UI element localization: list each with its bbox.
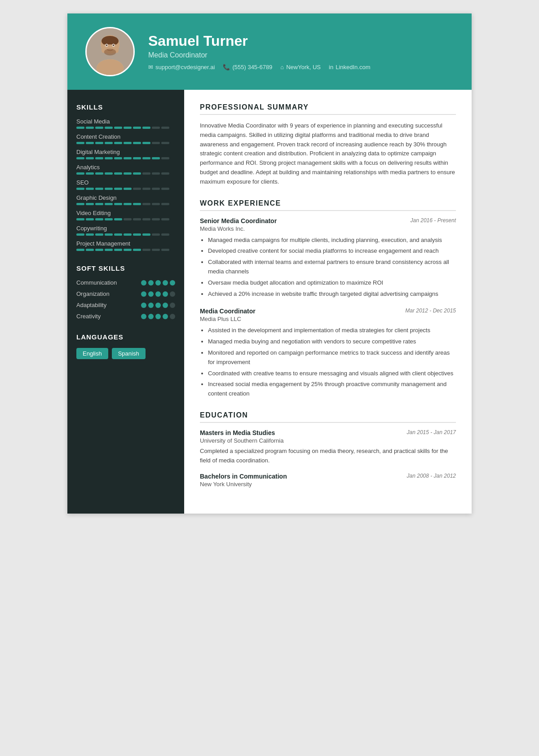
skill-item: Project Management (76, 240, 175, 251)
education-section: EDUCATION Masters in Media StudiesJan 20… (200, 411, 456, 488)
skill-bar-segment (95, 157, 103, 159)
skill-dot (155, 280, 161, 286)
edu-dates: Jan 2015 - Jan 2017 (407, 429, 456, 435)
skill-item: Digital Marketing (76, 149, 175, 159)
skill-dot (170, 303, 175, 308)
skill-bar-segment (161, 172, 169, 175)
edu-item: Masters in Media StudiesJan 2015 - Jan 2… (200, 429, 456, 466)
skill-bar-segment (76, 142, 84, 144)
skill-bar-segment (152, 172, 160, 175)
language-tags: EnglishSpanish (76, 348, 175, 359)
skill-dot (170, 291, 175, 297)
skill-bar-segment (161, 233, 169, 236)
skill-bar-segment (114, 127, 122, 129)
job-item: Senior Media CoordinatorJan 2016 - Prese… (200, 217, 456, 299)
skill-bar-segment (114, 249, 122, 251)
skill-bar-segment (124, 188, 132, 190)
skill-bar-segment (161, 127, 169, 129)
svg-point-9 (106, 44, 108, 46)
skill-name: Digital Marketing (76, 149, 175, 155)
education-list: Masters in Media StudiesJan 2015 - Jan 2… (200, 429, 456, 488)
skill-dot (170, 314, 175, 319)
edu-desc: Completed a specialized program focusing… (200, 447, 456, 466)
job-bullet: Monitored and reported on campaign perfo… (208, 348, 456, 367)
summary-text: Innovative Media Coordinator with 9 year… (200, 121, 456, 187)
skill-bar (76, 203, 175, 205)
skill-bar-segment (124, 157, 132, 159)
skill-bar-segment (124, 203, 132, 205)
skill-bar-segment (133, 127, 141, 129)
skill-bar-segment (114, 172, 122, 175)
skill-bar (76, 127, 175, 129)
job-dates: Jan 2016 - Present (411, 217, 456, 224)
skill-bar-segment (124, 233, 132, 236)
skills-list: Social MediaContent CreationDigital Mark… (76, 118, 175, 251)
skill-bar-segment (76, 172, 84, 175)
experience-title: WORK EXPERIENCE (200, 199, 456, 211)
skill-item: Graphic Design (76, 194, 175, 205)
skill-bar-segment (114, 233, 122, 236)
skill-bar-segment (95, 172, 103, 175)
skill-dots (141, 314, 175, 319)
skill-dot (155, 303, 161, 308)
soft-skills-section: SOFT SKILLS CommunicationOrganizationAda… (76, 264, 175, 320)
skill-bar-segment (142, 249, 150, 251)
job-bullet: Achieved a 20% increase in website traff… (208, 290, 456, 299)
skill-bar (76, 249, 175, 251)
job-company: Media Plus LLC (200, 316, 456, 322)
svg-point-10 (113, 44, 115, 46)
edu-school: New York University (200, 481, 456, 488)
edu-degree: Bachelors in Communication (200, 473, 287, 480)
skill-dot (163, 314, 168, 319)
skill-bar-segment (86, 218, 94, 220)
skill-bar-segment (95, 188, 103, 190)
skills-title: SKILLS (76, 103, 175, 111)
skill-bar-segment (161, 218, 169, 220)
skill-bar-segment (142, 218, 150, 220)
job-bullet: Managed media campaigns for multiple cli… (208, 236, 456, 245)
skill-dots (141, 280, 175, 286)
skill-dot (163, 303, 168, 308)
skill-dot (148, 303, 154, 308)
email-icon: ✉ (148, 64, 153, 70)
jobs-list: Senior Media CoordinatorJan 2016 - Prese… (200, 217, 456, 399)
skill-bar-segment (133, 218, 141, 220)
candidate-name: Samuel Turner (148, 33, 454, 49)
location-icon: ⌂ (280, 64, 284, 70)
skill-name: Content Creation (76, 133, 175, 140)
skill-bar-segment (161, 188, 169, 190)
soft-skill-name: Creativity (76, 313, 101, 320)
skill-bar-segment (114, 218, 122, 220)
skill-name: Analytics (76, 164, 175, 171)
skill-bar-segment (95, 249, 103, 251)
skill-bar-segment (142, 157, 150, 159)
contact-phone: 📞 (555) 345-6789 (223, 64, 272, 70)
skill-bar-segment (76, 203, 84, 205)
job-dates: Mar 2012 - Dec 2015 (405, 308, 456, 314)
skill-bar-segment (124, 172, 132, 175)
job-bullet: Increased social media engagement by 25%… (208, 380, 456, 399)
svg-point-11 (104, 48, 116, 55)
skill-bar-segment (76, 157, 84, 159)
skill-dot (155, 291, 161, 297)
skill-bar-segment (152, 127, 160, 129)
edu-degree: Masters in Media Studies (200, 429, 275, 436)
skill-bar-segment (124, 249, 132, 251)
skill-bar-segment (76, 249, 84, 251)
job-bullets: Managed media campaigns for multiple cli… (200, 236, 456, 299)
soft-skill-name: Adaptability (76, 302, 106, 308)
soft-skill-item: Organization (76, 290, 175, 297)
contact-location: ⌂ NewYork, US (280, 64, 321, 70)
skill-bar (76, 233, 175, 236)
skill-bar-segment (105, 218, 113, 220)
skill-bar-segment (86, 233, 94, 236)
soft-skill-item: Adaptability (76, 302, 175, 308)
skill-item: SEO (76, 179, 175, 190)
skill-bar-segment (142, 233, 150, 236)
skill-bar-segment (95, 218, 103, 220)
skill-bar-segment (86, 172, 94, 175)
skill-dots (141, 303, 175, 308)
avatar (85, 27, 135, 76)
skill-bar-segment (152, 188, 160, 190)
job-item: Media CoordinatorMar 2012 - Dec 2015Medi… (200, 308, 456, 399)
